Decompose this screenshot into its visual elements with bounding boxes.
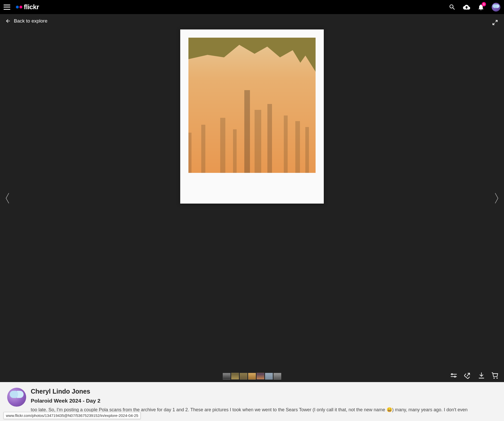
chevron-right-icon [494,193,499,204]
flickr-logo[interactable]: flickr [16,3,39,11]
chevron-left-icon [5,193,10,204]
menu-icon[interactable] [4,5,10,10]
logo-dots-icon [16,6,22,8]
svg-point-0 [451,374,453,375]
logo-text: flickr [24,3,39,11]
share-icon[interactable] [464,372,471,379]
notification-badge: 1 [482,2,486,6]
thumbnail[interactable] [265,373,273,380]
user-avatar[interactable] [492,3,500,12]
next-photo-button[interactable] [493,191,500,206]
main-photo[interactable] [180,29,324,204]
download-icon[interactable] [478,372,485,379]
search-icon[interactable] [449,4,456,11]
notifications-icon[interactable]: 1 [477,4,485,11]
photo-content [188,38,316,173]
thumbnail[interactable] [248,373,256,380]
thumbnail[interactable] [257,373,264,380]
thumbnail[interactable] [231,373,239,380]
author-avatar[interactable] [7,388,26,407]
author-name[interactable]: Cheryl Lindo Jones [31,388,497,395]
svg-point-3 [454,376,456,377]
thumbnail[interactable] [240,373,247,380]
photo-actions [450,372,499,379]
thumbnail-strip [223,373,281,380]
settings-icon[interactable] [450,372,457,379]
photo-viewer: Back to explore [0,14,504,382]
status-bar-url: www.flickr.com/photos/134719435@N07/5367… [4,412,140,419]
back-label: Back to explore [14,18,47,24]
navbar-left: flickr [4,3,39,11]
photo-info-panel: Cheryl Lindo Jones Polaroid Week 2024 - … [0,382,504,421]
prev-photo-button[interactable] [4,191,11,206]
back-to-explore-link[interactable]: Back to explore [5,18,47,24]
arrow-left-icon [5,18,11,24]
fullscreen-icon[interactable] [492,19,498,26]
thumbnail[interactable] [274,373,281,380]
navbar-right: 1 [449,3,500,12]
thumbnail[interactable] [223,373,230,380]
photo-title: Polaroid Week 2024 - Day 2 [31,398,497,404]
cart-icon[interactable] [492,372,499,379]
top-navbar: flickr 1 [0,0,504,14]
upload-icon[interactable] [463,4,470,11]
